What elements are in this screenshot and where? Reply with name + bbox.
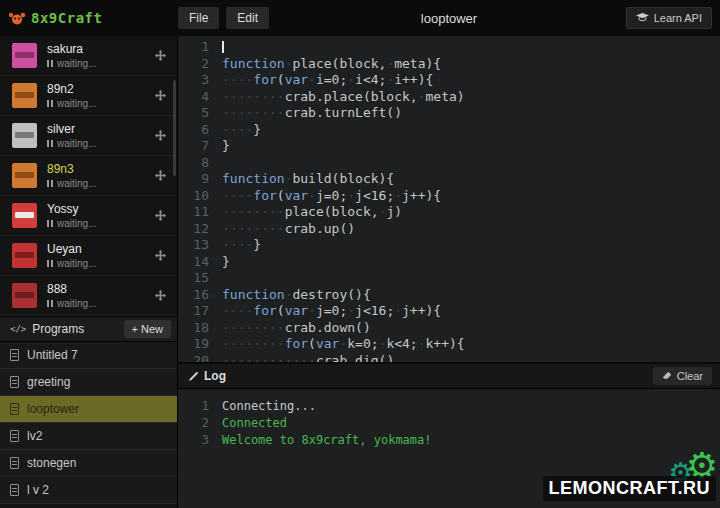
player-name: Yossy [47, 202, 96, 216]
player-info: silver waiting... [47, 122, 96, 149]
app-window: 8x9Craft File Edit looptower Learn API s… [0, 0, 720, 508]
log-line-text: Connecting... [222, 398, 316, 415]
player-row[interactable]: silver waiting... [0, 116, 177, 156]
player-avatar [12, 83, 37, 108]
code-line: 11········place(block,·j) [178, 204, 720, 221]
log-line-number: 2 [178, 415, 222, 432]
player-row[interactable]: Ueyan waiting... [0, 236, 177, 276]
document-icon [10, 349, 19, 361]
move-handle-icon[interactable] [154, 129, 167, 142]
move-handle-icon[interactable] [154, 89, 167, 102]
pause-icon [47, 180, 53, 187]
program-item[interactable]: l v 2 [0, 477, 177, 504]
line-number: 12 [178, 221, 222, 238]
program-label: looptower [27, 402, 79, 416]
line-number: 9 [178, 171, 222, 188]
player-row[interactable]: 89n3 waiting... [0, 156, 177, 196]
program-label: greeting [27, 375, 70, 389]
pause-icon [47, 260, 53, 267]
code-line: 3····for(var·i=0;·i<4;·i++){ [178, 72, 720, 89]
menu-file[interactable]: File [178, 7, 219, 29]
line-number: 8 [178, 155, 222, 172]
document-title: looptower [421, 11, 477, 26]
code-text: } [222, 254, 230, 271]
player-status: waiting... [47, 58, 96, 69]
line-number: 16 [178, 287, 222, 304]
programs-title: Programs [32, 322, 84, 336]
code-line: 9function·build(block){ [178, 171, 720, 188]
program-label: l v 2 [27, 483, 49, 497]
player-name: 888 [47, 282, 96, 296]
document-icon [10, 403, 19, 415]
log-line: 1Connecting... [178, 398, 720, 415]
player-info: 89n3 waiting... [47, 162, 96, 189]
log-title: Log [204, 369, 226, 383]
program-label: lv2 [27, 429, 42, 443]
code-text: function·destroy(){ [222, 287, 371, 304]
program-item[interactable]: looptower [0, 396, 177, 423]
move-handle-icon[interactable] [154, 209, 167, 222]
player-status-text: waiting... [57, 298, 96, 309]
program-item[interactable]: greeting [0, 369, 177, 396]
code-text: ········for(var·k=0;·k<4;·k++){ [222, 336, 465, 353]
sidebar: sakura waiting... 89n2 waiting... [0, 36, 178, 508]
line-number: 6 [178, 122, 222, 139]
code-line: 8 [178, 155, 720, 172]
log-line: 3Welcome to 8x9craft, yokmama! [178, 432, 720, 449]
line-number: 20 [178, 353, 222, 363]
document-icon [10, 376, 19, 388]
player-avatar [12, 123, 37, 148]
player-row[interactable]: sakura waiting... [0, 36, 177, 76]
log-line-number: 3 [178, 432, 222, 449]
line-number: 19 [178, 336, 222, 353]
move-handle-icon[interactable] [154, 169, 167, 182]
player-status: waiting... [47, 298, 96, 309]
player-status-text: waiting... [57, 98, 96, 109]
move-handle-icon[interactable] [154, 249, 167, 262]
main-area: sakura waiting... 89n2 waiting... [0, 36, 720, 508]
player-status-text: waiting... [57, 58, 96, 69]
pause-icon [47, 140, 53, 147]
log-header: Log Clear [178, 364, 720, 389]
program-label: stonegen [27, 456, 76, 470]
player-row[interactable]: 89n2 waiting... [0, 76, 177, 116]
line-number: 2 [178, 56, 222, 73]
code-line: 2function·place(block,·meta){ [178, 56, 720, 73]
content-area: 12function·place(block,·meta){3····for(v… [178, 36, 720, 508]
player-info: 89n2 waiting... [47, 82, 96, 109]
program-item[interactable]: lv2 [0, 423, 177, 450]
document-icon [10, 430, 19, 442]
player-status: waiting... [47, 218, 96, 229]
new-program-button[interactable]: + New [124, 320, 172, 338]
player-row[interactable]: Yossy waiting... [0, 196, 177, 236]
code-line: 13····} [178, 237, 720, 254]
log-line-number: 1 [178, 398, 222, 415]
code-editor[interactable]: 12function·place(block,·meta){3····for(v… [178, 36, 720, 362]
player-list-scrollbar[interactable] [173, 80, 176, 176]
program-item[interactable]: Untitled 7 [0, 342, 177, 369]
crab-logo-icon [8, 11, 26, 25]
code-text: ········crab.down() [222, 320, 371, 337]
program-item[interactable]: stonegen [0, 450, 177, 477]
player-status: waiting... [47, 178, 96, 189]
move-handle-icon[interactable] [154, 289, 167, 302]
app-logo: 8x9Craft [0, 10, 178, 26]
line-number: 13 [178, 237, 222, 254]
player-name: sakura [47, 42, 96, 56]
player-info: Ueyan waiting... [47, 242, 96, 269]
player-row[interactable]: 888 waiting... [0, 276, 177, 316]
learn-api-button[interactable]: Learn API [626, 7, 712, 29]
player-name: Ueyan [47, 242, 96, 256]
player-name: 89n3 [47, 162, 96, 176]
clear-log-button[interactable]: Clear [653, 367, 712, 385]
menu-edit[interactable]: Edit [226, 7, 269, 29]
code-line: 1 [178, 39, 720, 56]
code-line: 19········for(var·k=0;·k<4;·k++){ [178, 336, 720, 353]
move-handle-icon[interactable] [154, 49, 167, 62]
player-status-text: waiting... [57, 138, 96, 149]
watermark: LEMONCRAFT.RU [543, 476, 717, 501]
code-text: function·build(block){ [222, 171, 394, 188]
player-info: Yossy waiting... [47, 202, 96, 229]
code-text: ········crab.up() [222, 221, 355, 238]
line-number: 10 [178, 188, 222, 205]
